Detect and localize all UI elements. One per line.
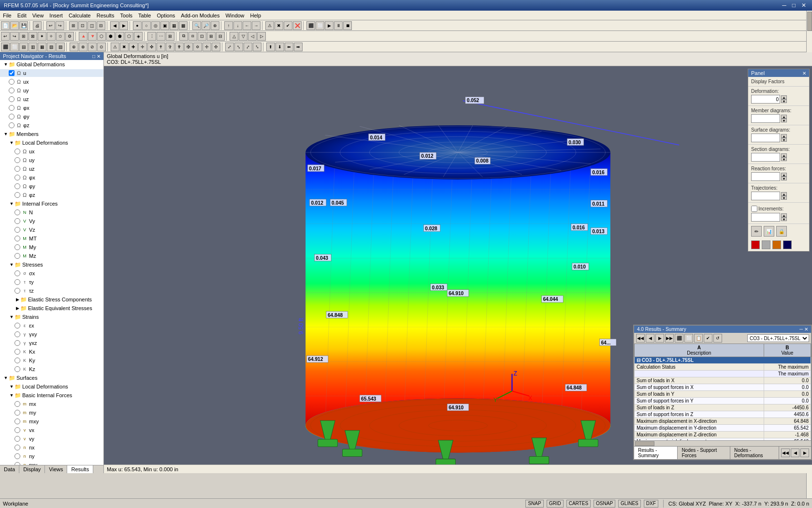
tb2-b23[interactable]: ⊟	[216, 32, 225, 41]
tb2-b3[interactable]: ⊞	[19, 32, 28, 41]
tree-members[interactable]: ▼ 📁 Members	[0, 130, 103, 138]
radio-yxz[interactable]	[14, 340, 20, 346]
rs-tb-b4[interactable]: ▶▶	[665, 334, 674, 343]
radio-my[interactable]	[14, 410, 20, 416]
radio-m-pz[interactable]	[14, 192, 20, 198]
tb2-b5[interactable]: ✦	[38, 32, 46, 41]
tb-undo[interactable]: ↩	[46, 21, 55, 30]
radio-ex[interactable]	[14, 323, 20, 329]
rs-tb-b8[interactable]: ✔	[704, 334, 712, 343]
tb2-b17[interactable]: ⋯	[157, 32, 165, 41]
tb2-b19[interactable]: ⧉	[179, 32, 188, 41]
tb3-b21[interactable]: ✡	[193, 43, 202, 51]
menu-calculate[interactable]: Calculate	[66, 11, 94, 20]
tb2-b9[interactable]: 🔺	[79, 32, 87, 41]
tb-c1[interactable]: ●	[133, 21, 142, 30]
minimize-button[interactable]: ─	[780, 2, 788, 9]
tb-f5[interactable]: ⏹	[343, 21, 352, 30]
tb3-b27[interactable]: ⤥	[253, 43, 261, 51]
toggle-members[interactable]: ▼	[3, 132, 9, 136]
tree-sx[interactable]: σ σx	[0, 269, 103, 278]
tb2-b13[interactable]: ⬟	[116, 32, 124, 41]
section-diagrams-input[interactable]	[751, 153, 780, 162]
tree-Mt[interactable]: M MT	[0, 234, 103, 243]
toggle-s-local-def[interactable]: ▼	[9, 384, 14, 389]
tb2-b21[interactable]: ⊡	[198, 32, 206, 41]
radio-yxy[interactable]	[14, 331, 20, 337]
tb2-b26[interactable]: ◁	[248, 32, 257, 41]
trajectories-input[interactable]	[751, 192, 780, 200]
tree-global-deformations[interactable]: ▼ 📁 Global Deformations	[0, 60, 103, 69]
radio-Vz[interactable]	[14, 227, 20, 233]
tree-Mz[interactable]: M Mz	[0, 252, 103, 260]
tb-b4[interactable]: ⊟	[97, 21, 105, 30]
tb2-b20[interactable]: ⧈	[188, 32, 197, 41]
radio-ty[interactable]	[14, 279, 20, 285]
tb-f3[interactable]: ▶	[325, 21, 334, 30]
toggle-basic-internal[interactable]: ▼	[9, 393, 14, 398]
tb2-b15[interactable]: ◈	[134, 32, 143, 41]
tree-ex[interactable]: ε εx	[0, 321, 103, 330]
check-u[interactable]	[9, 70, 14, 76]
tree-ny[interactable]: n ny	[0, 452, 103, 461]
tree-Kx[interactable]: K Kx	[0, 347, 103, 356]
panel-color-red[interactable]	[751, 240, 760, 249]
deformation-spin-up[interactable]: ▲	[781, 95, 787, 99]
status-grid[interactable]: GRID	[547, 500, 564, 508]
tb2-b10[interactable]: 🔻	[88, 32, 97, 41]
maximize-button[interactable]: □	[790, 2, 798, 9]
rs-tb-b2[interactable]: ◀	[646, 334, 654, 343]
nav-float-btn[interactable]: □	[92, 54, 95, 59]
increments-spin-up[interactable]: ▲	[781, 213, 787, 217]
tb3-b16[interactable]: ✜	[147, 43, 156, 51]
toggle-strains[interactable]: ▼	[9, 314, 14, 319]
menu-insert[interactable]: Insert	[46, 11, 66, 20]
radio-Mz[interactable]	[14, 253, 20, 259]
menu-window[interactable]: Window	[222, 11, 247, 20]
tree-m-uy[interactable]: Ω uy	[0, 156, 103, 164]
reaction-forces-input[interactable]	[751, 172, 780, 181]
radio-m-py[interactable]	[14, 183, 20, 189]
tb-zoom-in[interactable]: 🔍	[192, 21, 201, 30]
nav-tab-results[interactable]: Results	[67, 465, 93, 473]
menu-results[interactable]: Results	[94, 11, 117, 20]
tb3-b28[interactable]: ⬆	[266, 43, 275, 51]
tree-pz[interactable]: Ω φz	[0, 121, 103, 130]
tb-c2[interactable]: ○	[142, 21, 151, 30]
menu-table[interactable]: Table	[135, 11, 154, 20]
tree-Vy[interactable]: V Vy	[0, 217, 103, 225]
tree-elastic-equiv[interactable]: ▶ 📁 Elastic Equivalent Stresses	[0, 304, 103, 313]
status-cartes[interactable]: CARTES	[566, 500, 591, 508]
rs-tab-support[interactable]: Nodes - Support Forces	[678, 447, 730, 459]
tb2-b7[interactable]: ✩	[56, 32, 65, 41]
radio-m-px[interactable]	[14, 175, 20, 180]
tb2-b22[interactable]: ⊞	[207, 32, 216, 41]
tb-c5[interactable]: ▦	[170, 21, 178, 30]
tb3-b15[interactable]: ✛	[138, 43, 147, 51]
radio-nx[interactable]	[14, 445, 20, 450]
reaction-forces-spin-up[interactable]: ▲	[781, 173, 787, 177]
menu-options[interactable]: Options	[154, 11, 178, 20]
tree-uz[interactable]: Ω uz	[0, 95, 103, 104]
tb-d3[interactable]: ←	[243, 21, 251, 30]
tree-vy2[interactable]: v vy	[0, 434, 103, 443]
tb3-b6[interactable]: ▧	[47, 43, 56, 51]
tb-fit[interactable]: ⊕	[211, 21, 219, 30]
menu-edit[interactable]: Edit	[14, 11, 29, 20]
tb-print[interactable]: 🖨	[33, 21, 42, 30]
tree-Vz[interactable]: V Vz	[0, 225, 103, 234]
tree-elastic-stress[interactable]: ▶ 📁 Elastic Stress Components	[0, 295, 103, 304]
radio-m-ux[interactable]	[14, 149, 20, 154]
nav-tab-views[interactable]: Views	[45, 465, 67, 473]
tb3-b29[interactable]: ⬇	[276, 43, 284, 51]
tb3-b26[interactable]: ⤤	[244, 43, 252, 51]
tb3-b12[interactable]: ⚠	[111, 43, 119, 51]
menu-view[interactable]: View	[29, 11, 47, 20]
increments-spin-dn[interactable]: ▼	[781, 217, 787, 221]
tree-tz[interactable]: τ τz	[0, 286, 103, 295]
radio-uy[interactable]	[9, 88, 14, 93]
tree-stresses[interactable]: ▼ 📁 Stresses	[0, 260, 103, 269]
tb-f4[interactable]: ⏸	[334, 21, 343, 30]
tb3-b22[interactable]: ✢	[203, 43, 211, 51]
tb3-b10[interactable]: ⊘	[88, 43, 97, 51]
